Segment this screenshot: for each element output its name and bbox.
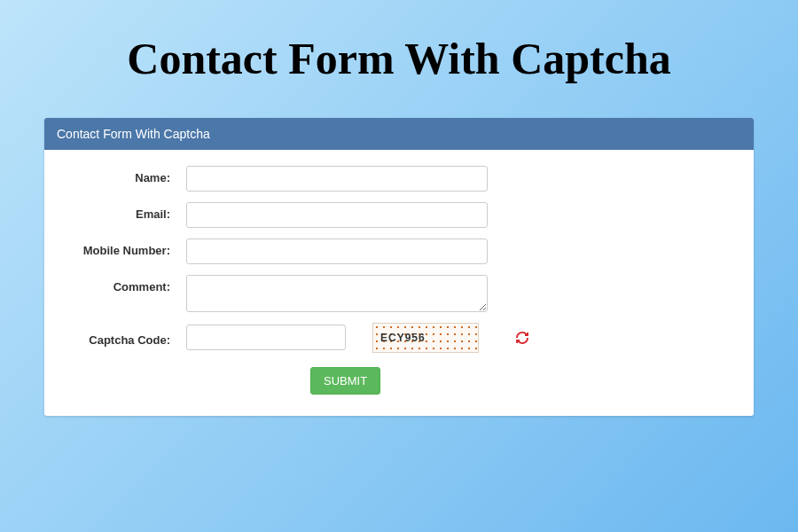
captcha-label: Captcha Code: [62, 328, 186, 347]
captcha-row: Captcha Code: ECY956 [62, 323, 736, 353]
comment-label: Comment: [62, 275, 186, 293]
panel-body: Name: Email: Mobile Number: Comment: Cap… [44, 150, 754, 416]
submit-button[interactable]: SUBMIT [310, 367, 380, 395]
panel-header: Contact Form With Captcha [44, 118, 754, 150]
name-row: Name: [62, 166, 736, 192]
captcha-image: ECY956 [372, 323, 479, 353]
submit-row: SUBMIT [62, 367, 736, 395]
email-input[interactable] [186, 202, 488, 228]
comment-row: Comment: [62, 275, 736, 312]
email-row: Email: [62, 202, 736, 228]
mobile-input[interactable] [186, 239, 488, 264]
name-input[interactable] [186, 166, 488, 192]
refresh-icon[interactable] [514, 330, 530, 346]
page-title: Contact Form With Captcha [0, 31, 798, 87]
email-label: Email: [62, 202, 186, 221]
name-label: Name: [62, 166, 186, 184]
form-panel: Contact Form With Captcha Name: Email: M… [44, 118, 754, 416]
mobile-label: Mobile Number: [62, 239, 186, 257]
comment-textarea[interactable] [186, 275, 488, 312]
captcha-input[interactable] [186, 325, 346, 350]
mobile-row: Mobile Number: [62, 239, 736, 264]
